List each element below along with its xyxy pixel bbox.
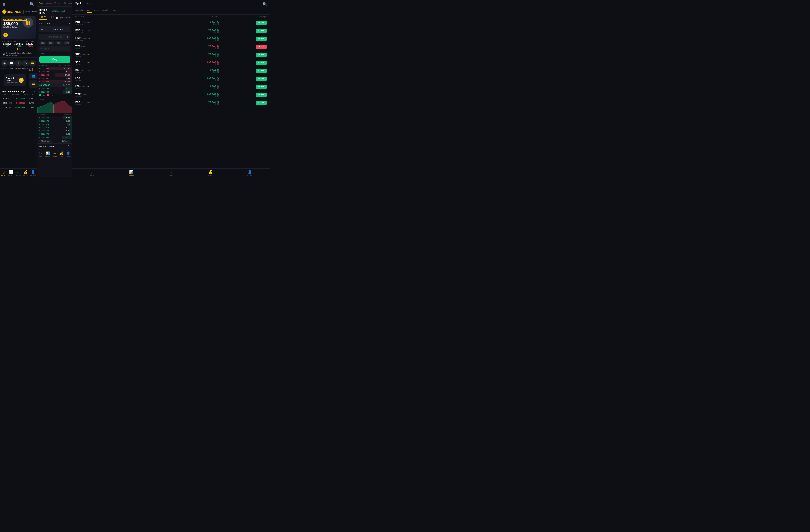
pair-row-wtc[interactable]: WTC / BTC Vol 992 0.0000429 $0.30 -4.45% [72,43,270,51]
mid-nav-home[interactable]: ⬡ Home [38,151,43,158]
mid-bottom-nav: ⬡ Home 📊 Markets ↔ Trades 💰 Funds 👤 Acco… [37,150,72,159]
amount-input[interactable]: Amount(BNB) [44,36,66,38]
vol-row-link[interactable]: LINK / BTC 0.00050936 1,389 [2,106,35,110]
quick-actions: ◈ Futures 💬 Chat ↑ Deposit % Lending 💳 C… [0,58,37,72]
left-nav-funds[interactable]: 💰 Funds [23,170,28,176]
pct-100-button[interactable]: 100% [63,42,70,45]
amount-increase-button[interactable]: + [67,35,69,39]
filter-favorites[interactable]: Favorites [76,9,85,13]
pair-row-eos[interactable]: EOS / BTC 5x Vol 490 0.0000371 $0.27 +3.… [72,99,270,107]
referral-item[interactable]: 👥 Referral [30,73,37,79]
banner[interactable]: WTC Trading Competition $85,000 in WTC t… [1,16,36,39]
sell-tab[interactable]: Sell [48,16,55,20]
pair-row-bnb[interactable]: BNB / BTC 5x Vol 2,779 0.0022689 $16.29 … [72,27,270,35]
buy-tab[interactable]: Buy [39,16,48,20]
total-input[interactable]: Total(BTC) [39,46,70,51]
mbid-row-7[interactable]: 0.0022668 3.83 [37,136,72,139]
amount-decrease-button[interactable]: − [41,35,43,39]
pair-row-lrc[interactable]: LRC / BTC Vol 596 0.00000473 $0.03 +4.64… [72,75,270,83]
pair-icons: ⚟ ☰ [64,10,70,13]
price-input[interactable] [44,28,72,31]
mbid-row-6[interactable]: 0.0022670 0.26 [37,132,72,136]
dot-2[interactable] [19,48,20,50]
chart-toggle-icon[interactable]: ⚟ [64,10,66,13]
limit-dropdown-icon[interactable]: ▾ [69,22,70,25]
search-icon[interactable]: 🔍 [30,2,35,7]
brand-logo: BINANCE | Waltonchain [0,9,37,16]
right-tab-futures[interactable]: Futures [85,2,94,6]
mbid-row-2[interactable]: 0.0022675 0.05 [37,119,72,123]
pair-row-wrx[interactable]: WRX / BTC Vol 508 0.00001985 $0.14 +4.25… [72,91,270,99]
filter-alts[interactable]: ALTS [94,9,100,13]
right-nav-trades[interactable]: ↔ Trades [169,170,173,176]
decimals-button[interactable]: 7 Decimals ▾ [39,140,52,143]
buy-vendors-item[interactable]: 💳 Buy From Vendors [30,80,37,88]
right-nav-account[interactable]: 👤 Account [247,170,253,176]
pair-row-eth[interactable]: ETH / BTC 5x Vol 6,276 0.025405 $182.45 … [72,19,270,27]
ask-row-5[interactable]: 0.0022689 497.29 [37,80,72,83]
tab-options[interactable]: Options [64,2,72,6]
action-futures[interactable]: ◈ Futures [1,60,8,71]
vol-row-eth[interactable]: ETH / BTC 0.025406 6,275 [2,97,35,101]
mbid-row-3[interactable]: 0.0022674 1.01 [37,123,72,126]
vol-pair-bnb: BNB / BTC [3,102,12,104]
orders-icon: 📋 [56,17,58,19]
market-trades-toggle[interactable]: ⌃ [67,145,70,149]
pair-row-link[interactable]: LINK / BTC 5x Vol 1,389 0.00050936 $3.65… [72,35,270,43]
action-chat[interactable]: 💬 Chat [8,60,15,71]
pct-75-button[interactable]: 75% [55,42,63,45]
vol-row-bnb[interactable]: BNB / BTC 0.0022676 2,778 [2,101,35,106]
tab-margin[interactable]: Margin [46,2,53,6]
settings-icon[interactable]: ☰ [67,10,70,13]
futures-icon: ◈ [1,60,8,67]
bid-legend-label: Bid [43,95,46,97]
default-button[interactable]: Default ▾ [61,140,70,143]
ask-row-3[interactable]: 0.0022693 27.82 [37,74,72,77]
pair-row-xtz[interactable]: XTZ / BTC 5x Vol 954 0.0003166 $2.27 +5.… [72,51,270,59]
mid-nav-funds[interactable]: 💰 Funds [59,151,64,158]
right-nav-funds[interactable]: 💰 Funds [208,170,212,176]
buy-button[interactable]: Buy [39,57,70,63]
tab-futures[interactable]: Futures [54,2,62,6]
filter-usd[interactable]: USD© [102,9,109,13]
left-nav-markets[interactable]: 📊 Markets [8,170,13,176]
right-nav-markets[interactable]: 📊 Markets [129,170,134,176]
price-decrease-button[interactable]: − [41,28,43,32]
pair-row-xrp[interactable]: XRP / BTC 5x Vol 765 0.00002688 $0.19 +0… [72,59,270,67]
mid-nav-trades[interactable]: ↔ Trades [52,151,57,158]
banner-circle: ▮▮ [23,18,33,28]
pct-25-button[interactable]: 25% [39,42,47,45]
right-nav-home[interactable]: ⬡ Home [90,170,94,176]
tab-spot[interactable]: Spot [39,2,44,6]
left-nav-trades[interactable]: ↔ Trades [16,170,21,176]
buy-card-section[interactable]: Buy with card Visa/Mastercard 🪙 [4,75,26,86]
pair-row-ltc[interactable]: LTC / BTC 5x Vol 531 0.006040 $43.37 +1.… [72,83,270,91]
mbid-row-5[interactable]: 0.0022672 0.50 [37,129,72,132]
left-nav-home[interactable]: ⬡ Home [1,170,5,176]
pair-row-bch[interactable]: BCH / BTC 5x Vol 659 0.033224 $238.61 +0… [72,67,270,75]
filter-btc[interactable]: BTC [87,9,92,13]
mid-nav-account[interactable]: 👤 Account [66,151,71,158]
mbid-row-4[interactable]: 0.0022673 0.05 [37,126,72,129]
action-credit-card[interactable]: 💳 Credit Card [29,60,36,71]
dot-1[interactable] [17,48,18,50]
sort-icon[interactable]: ↕ [83,16,84,18]
filter-bnb[interactable]: BNB [111,9,116,13]
left-nav-account[interactable]: 👤 Account [31,170,36,176]
action-lending[interactable]: % Lending [22,60,29,71]
action-deposit[interactable]: ↑ Deposit [15,60,22,71]
mid-nav-markets[interactable]: 📊 Markets [45,151,50,158]
bid-row-2[interactable]: 0.0022682 6.13 [37,91,72,94]
bid-legend-icon [39,95,42,97]
pct-50-button[interactable]: 50% [48,42,54,45]
volume-top-arrow[interactable]: › [34,90,35,93]
ask-row-2[interactable]: 0.0022694 5.28 [37,70,72,74]
bid-row-1[interactable]: 0.0022684 3.89 [37,87,72,91]
ask-row-1[interactable]: 0.0022695 123.82 [37,67,72,70]
expand-icon[interactable]: ⊞ [2,2,5,6]
mbid-row-1[interactable]: 0.0022676 5.15 [37,116,72,119]
right-tab-spot[interactable]: Spot [76,2,81,6]
right-search-icon[interactable]: 🔍 [263,2,267,6]
open-orders-button[interactable]: 📋 Open Orders [56,17,70,19]
ask-row-4[interactable]: 0.0022691 5.17 [37,77,72,80]
